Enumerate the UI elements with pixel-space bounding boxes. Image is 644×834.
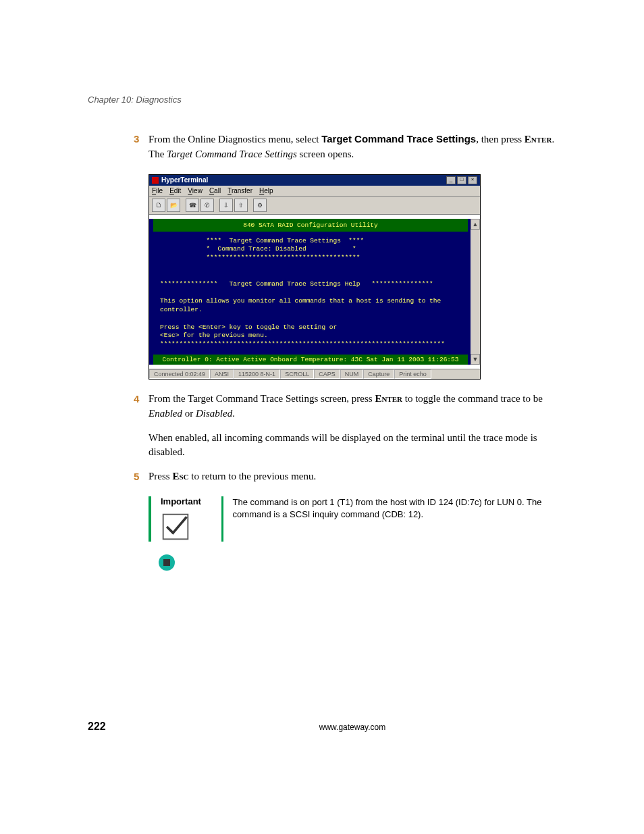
close-button[interactable]: ×	[468, 176, 477, 184]
step-4: 4 From the Target Command Trace Settings…	[149, 392, 556, 421]
step4-text-post2: .	[232, 408, 235, 419]
step3-key-enter: Enter	[525, 134, 552, 145]
terminal-scrollbar[interactable]: ▲ ▼	[471, 219, 480, 365]
step5-key-esc: Esc	[172, 471, 188, 481]
status-scroll: SCROLL	[280, 369, 314, 379]
connect-icon[interactable]: ☎	[186, 199, 199, 212]
step-3: 3 From the Online Diagnostics menu, sele…	[149, 132, 556, 162]
step4-disabled: Disabled	[196, 408, 232, 419]
chapter-header: Chapter 10: Diagnostics	[88, 95, 556, 105]
properties-icon[interactable]: ⚙	[253, 199, 267, 212]
disconnect-icon[interactable]: ✆	[200, 199, 214, 212]
maximize-button[interactable]: □	[457, 176, 466, 184]
step4-or: or	[182, 408, 196, 419]
terminal-title: 840 SATA RAID Configuration Utility	[153, 219, 468, 232]
terminal-body: **** Target Command Trace Settings **** …	[160, 237, 458, 350]
step-number-4: 4	[134, 392, 139, 407]
window-toolbar: 🗋 📂 ☎ ✆ ⇩ ⇧ ⚙	[149, 197, 480, 215]
step-number-3: 3	[134, 132, 139, 147]
important-callout: Important The command is on port 1 (T1) …	[149, 496, 556, 542]
end-procedure-icon	[158, 554, 176, 571]
svg-rect-2	[163, 559, 170, 566]
important-label: Important	[161, 496, 221, 506]
new-doc-icon[interactable]: 🗋	[152, 199, 165, 212]
open-icon[interactable]: 📂	[167, 199, 180, 212]
window-title: HyperTerminal	[161, 176, 208, 184]
status-num: NUM	[340, 369, 364, 379]
terminal-status: Controller 0: Active Active Onboard Temp…	[153, 355, 468, 365]
step5-text-post: to return to the previous menu.	[189, 471, 317, 481]
step5-text-pre: Press	[149, 471, 172, 481]
window-titlebar: HyperTerminal _ □ ×	[149, 175, 480, 186]
minimize-button[interactable]: _	[446, 176, 456, 184]
step4-text-post1: to toggle the command trace to be	[402, 393, 543, 404]
step4-enabled: Enabled	[149, 408, 182, 419]
step3-text-post2: screen opens.	[297, 149, 354, 159]
step-number-5: 5	[134, 469, 139, 484]
status-printecho: Print echo	[394, 369, 431, 379]
app-icon	[152, 177, 159, 184]
hyperterminal-screenshot: HyperTerminal _ □ × File Edit View Call …	[149, 174, 481, 380]
step3-screen-name: Target Command Trace Settings	[167, 149, 297, 159]
page-number: 222	[88, 721, 149, 733]
menu-help[interactable]: Help	[259, 187, 273, 194]
step4-key-enter: Enter	[375, 393, 402, 404]
status-emulation: ANSI	[210, 369, 234, 379]
receive-icon[interactable]: ⇧	[234, 199, 248, 212]
menu-transfer[interactable]: Transfer	[227, 187, 252, 194]
step4-followup: When enabled, all incoming commands will…	[149, 431, 556, 461]
step4-text-pre: From the Target Command Trace Settings s…	[149, 393, 375, 404]
menu-call[interactable]: Call	[209, 187, 221, 194]
window-statusbar: Connected 0:02:49 ANSI 115200 8-N-1 SCRO…	[149, 369, 480, 379]
window-menubar: File Edit View Call Transfer Help	[149, 186, 480, 197]
status-caps: CAPS	[314, 369, 340, 379]
checkmark-icon	[161, 512, 190, 542]
status-baud: 115200 8-N-1	[234, 369, 280, 379]
menu-file[interactable]: File	[152, 187, 163, 194]
scroll-up-icon[interactable]: ▲	[471, 219, 480, 230]
important-separator	[221, 496, 223, 542]
terminal-area: 840 SATA RAID Configuration Utility ****…	[149, 219, 480, 365]
step3-target-label: Target Command Trace Settings	[321, 133, 476, 145]
step3-text-mid: , then press	[476, 134, 525, 145]
page-footer: 222 www.gateway.com	[88, 721, 556, 733]
step-5: 5 Press Esc to return to the previous me…	[149, 469, 556, 484]
status-capture: Capture	[363, 369, 394, 379]
menu-view[interactable]: View	[188, 187, 203, 194]
scroll-down-icon[interactable]: ▼	[471, 354, 480, 365]
send-icon[interactable]: ⇩	[219, 199, 233, 212]
menu-edit[interactable]: Edit	[169, 187, 181, 194]
step3-text-pre: From the Online Diagnostics menu, select	[149, 134, 321, 145]
status-connected: Connected 0:02:49	[149, 369, 210, 379]
important-text: The command is on port 1 (T1) from the h…	[233, 496, 556, 542]
footer-url: www.gateway.com	[319, 723, 385, 732]
